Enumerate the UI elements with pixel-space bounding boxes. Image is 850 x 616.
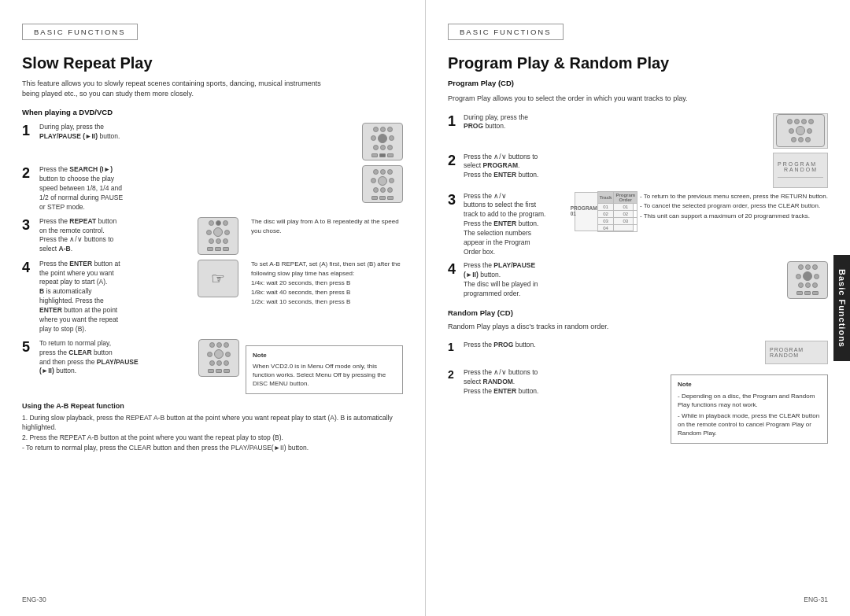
step-3-text: Press the REPEAT buttonon the remote con…	[39, 217, 191, 255]
right-page-num: ENG-31	[804, 596, 828, 603]
right-section-header: Basic Functions	[448, 24, 564, 40]
program-subtitle: Program Play (CD)	[448, 79, 828, 87]
step-4-sidenote: To set A-B REPEAT, set (A) first, then s…	[251, 260, 403, 307]
step-2-content: Press the SEARCH (I►)button to choose th…	[39, 165, 403, 212]
step-5-content: To return to normal play,press the CLEAR…	[39, 339, 403, 394]
prog-step-3-notes: To return to the previous menu screen, p…	[640, 192, 828, 222]
step-3-sidenote: The disc will play from A to B repeatedl…	[251, 217, 403, 236]
rand-step-2-num: 2	[448, 369, 459, 380]
random-section: Random Play (CD) Random Play plays a dis…	[448, 308, 828, 444]
step-4-text: Press the ENTER button atthe point where…	[39, 260, 191, 334]
rand-step-1-img: PROGRAM RANDOM	[765, 341, 828, 364]
step-2-number: 2	[22, 166, 33, 180]
rand-step-1-text: Press the PROG button.	[464, 341, 759, 350]
step-1-image	[362, 123, 403, 160]
prog-step-2-text: Press the ∧/∨ buttons toselect PROGRAM.P…	[464, 153, 767, 181]
step-1-text: During play, press thePLAY/PAUSE (►II) b…	[39, 123, 356, 142]
side-tab-text: Basic Functions	[837, 269, 847, 348]
prog-step-1-num: 1	[448, 114, 459, 128]
rand-step-2-content: Press the ∧/∨ buttons toselect RANDOM.Pr…	[464, 368, 828, 443]
side-tab: Basic Functions	[833, 255, 850, 362]
right-header-text: Basic Functions	[460, 28, 552, 36]
left-subsection: When playing a DVD/VCD	[22, 108, 403, 116]
step-3-image	[198, 217, 238, 255]
step-1-content: During play, press thePLAY/PAUSE (►II) b…	[39, 123, 403, 160]
note-title: Note	[253, 351, 396, 360]
prog-step-1-img	[773, 113, 828, 149]
using-text-1: 1. During slow playback, press the REPEA…	[22, 413, 403, 433]
step-3-number: 3	[22, 218, 33, 232]
prog-step-2-content: Press the ∧/∨ buttons toselect PROGRAM.P…	[464, 153, 828, 188]
right-page-title: Program Play & Random Play	[448, 54, 828, 72]
rand-step-2: 2 Press the ∧/∨ buttons toselect RANDOM.…	[448, 368, 828, 443]
rand-step-1-num: 1	[448, 341, 459, 352]
random-note-1: - Depending on a disc, the Program and R…	[678, 392, 821, 409]
random-note-title: Note	[678, 380, 821, 389]
left-section-header: Basic Functions	[22, 24, 138, 40]
rand-step-1-content: Press the PROG button. PROGRAM RANDOM	[464, 341, 828, 364]
prog-step-4-img	[787, 261, 828, 299]
prog-step-2: 2 Press the ∧/∨ buttons toselect PROGRAM…	[448, 153, 828, 188]
program-intro: Program Play allows you to select the or…	[448, 94, 747, 104]
step-2-image	[362, 165, 403, 203]
step-3-row: 3 Press the REPEAT buttonon the remote c…	[22, 217, 403, 255]
left-page-num: ENG-30	[22, 596, 46, 603]
random-steps: 1 Press the PROG button. PROGRAM RANDOM …	[448, 341, 828, 443]
prog-step-2-num: 2	[448, 153, 459, 168]
prog-step-4-content: Press the PLAY/PAUSE(►II) button.The dis…	[464, 261, 828, 299]
prog-step-1-text: During play, press thePROG button.	[464, 113, 767, 132]
prog-step-4-text: Press the PLAY/PAUSE(►II) button.The dis…	[464, 261, 781, 299]
left-steps: 1 During play, press thePLAY/PAUSE (►II)…	[22, 123, 403, 393]
left-intro: This feature allows you to slowly repeat…	[22, 79, 321, 98]
right-page: Basic Functions Program Play & Random Pl…	[425, 0, 850, 616]
prog-step-4: 4 Press the PLAY/PAUSE(►II) button.The d…	[448, 261, 828, 299]
step-2-text: Press the SEARCH (I►)button to choose th…	[39, 165, 356, 212]
program-steps: 1 During play, press thePROG button.	[448, 113, 828, 299]
step-4-row: 4 Press the ENTER button atthe point whe…	[22, 260, 403, 334]
step-2-row: 2 Press the SEARCH (I►)button to choose …	[22, 165, 403, 212]
prog-step-1-content: During play, press thePROG button.	[464, 113, 828, 149]
step-1-number: 1	[22, 124, 33, 138]
prog-step-3: 3 Press the ∧/∨buttons to select the fir…	[448, 192, 828, 257]
rand-step-1: 1 Press the PROG button. PROGRAM RANDOM	[448, 341, 828, 364]
using-section: Using the A-B Repeat function 1. During …	[22, 402, 403, 453]
random-note-box: Note - Depending on a disc, the Program …	[671, 374, 828, 443]
prog-step-3-num: 3	[448, 193, 459, 207]
step-5-text: To return to normal play,press the CLEAR…	[39, 339, 192, 377]
left-page-title: Slow Repeat Play	[22, 54, 403, 72]
prog-step-2-img: PROGRAM RANDOM	[773, 153, 828, 188]
prog-step-1: 1 During play, press thePROG button.	[448, 113, 828, 149]
step-5-number: 5	[22, 340, 33, 354]
prog-step-4-num: 4	[448, 262, 459, 276]
step-3-content: Press the REPEAT buttonon the remote con…	[39, 217, 403, 255]
using-text-3: - To return to normal play, press the CL…	[22, 443, 403, 453]
note-text: When VCD2.0 is in Menu Off mode only, th…	[253, 362, 396, 389]
prog-step-3-content: Press the ∧/∨buttons to select the first…	[464, 192, 828, 257]
prog-step-3-img: PROGRAM 01 TrackProgram Order 0101 0202 …	[575, 192, 634, 231]
step-4-content: Press the ENTER button atthe point where…	[39, 260, 403, 334]
random-note-2: - While in playback mode, press the CLEA…	[678, 411, 821, 438]
left-page: Basic Functions Slow Repeat Play This fe…	[0, 0, 425, 616]
step-5-image	[198, 339, 239, 377]
step-4-image: ☞	[198, 260, 238, 297]
rand-step-2-text: Press the ∧/∨ buttons toselect RANDOM.Pr…	[464, 368, 664, 397]
step-5-note: Note When VCD2.0 is in Menu Off mode onl…	[246, 345, 403, 394]
random-subtitle: Random Play (CD)	[448, 308, 828, 317]
random-intro: Random Play plays a disc's tracks in ran…	[448, 322, 747, 332]
prog-step-3-text: Press the ∧/∨buttons to select the first…	[464, 192, 568, 257]
left-header-text: Basic Functions	[34, 28, 126, 36]
step-5-row: 5 To return to normal play,press the CLE…	[22, 339, 403, 394]
step-4-number: 4	[22, 260, 33, 275]
step-1-row: 1 During play, press thePLAY/PAUSE (►II)…	[22, 123, 403, 160]
using-text-2: 2. Press the REPEAT A-B button at the po…	[22, 433, 403, 443]
using-title: Using the A-B Repeat function	[22, 402, 403, 410]
